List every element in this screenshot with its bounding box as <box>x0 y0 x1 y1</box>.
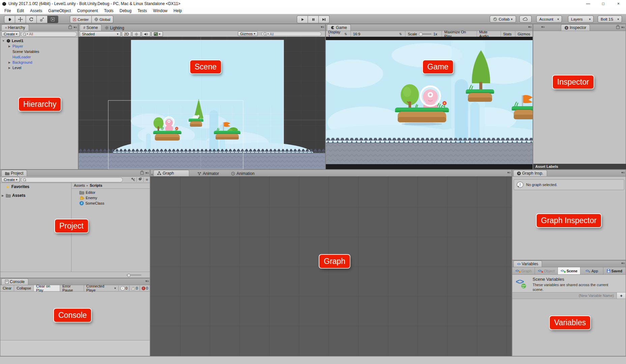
lock-icon[interactable] <box>140 172 144 175</box>
layout-dropdown[interactable]: Bolt 1S▾ <box>598 16 622 23</box>
variables-tab-graph[interactable]: <> Graph <box>512 267 535 274</box>
console-error-filter[interactable]: ! 0 <box>140 285 150 291</box>
tab-variables[interactable]: <> Variables <box>513 261 542 267</box>
breadcrumb-scripts[interactable]: Scripts <box>90 183 102 187</box>
scale-slider-knob[interactable] <box>419 32 423 36</box>
minimize-icon[interactable]: — <box>580 0 596 7</box>
menu-component[interactable]: Component <box>74 7 101 14</box>
menu-help[interactable]: Help <box>171 7 185 14</box>
space-button[interactable]: Global <box>92 16 113 23</box>
menu-window[interactable]: Window <box>150 7 171 14</box>
scene-search-field[interactable]: ▾ <box>261 32 321 36</box>
2d-toggle[interactable]: 2D <box>122 31 131 37</box>
scene-gizmos-dropdown[interactable]: Gizmos▾ <box>238 31 258 36</box>
favorite-search-icon[interactable]: ★ <box>143 177 149 182</box>
scene-viewport[interactable] <box>79 37 325 169</box>
menu-edit[interactable]: Edit <box>14 7 27 14</box>
hierarchy-create-button[interactable]: Create▾ <box>1 31 20 37</box>
pane-menu-icon[interactable]: ▾≡ <box>321 25 324 29</box>
hierarchy-search-field[interactable]: ▾ <box>21 32 77 37</box>
project-assets-item[interactable]: ▶ Assets <box>0 193 71 198</box>
console-clear-button[interactable]: Clear <box>0 285 14 291</box>
pause-button[interactable] <box>308 16 319 23</box>
stats-toggle[interactable]: Stats <box>501 31 514 37</box>
variables-tab-saved[interactable]: Saved <box>603 267 626 274</box>
menu-gameobject[interactable]: GameObject <box>45 7 74 14</box>
hierarchy-item-background[interactable]: ▶ Background <box>0 60 78 65</box>
new-variable-input[interactable] <box>514 293 615 298</box>
hierarchy-item-level[interactable]: ▶ Level <box>0 65 78 70</box>
account-dropdown[interactable]: Account▾ <box>536 16 562 23</box>
tab-lighting[interactable]: Lighting <box>102 25 127 31</box>
close-icon[interactable]: × <box>611 0 626 7</box>
scale-slider[interactable]: Scale 1x <box>405 31 439 37</box>
tab-hierarchy[interactable]: ≡ Hierarchy <box>1 24 29 31</box>
file-editor[interactable]: Editor <box>79 190 150 195</box>
breadcrumb-assets[interactable]: Assets <box>74 183 85 187</box>
foldout-right-icon[interactable]: ▶ <box>8 45 11 48</box>
menu-debug[interactable]: Debug <box>116 7 134 14</box>
new-variable-field[interactable] <box>512 293 617 299</box>
foldout-down-icon[interactable]: ▼ <box>2 39 5 42</box>
project-favorites-item[interactable]: ★ Favorites <box>0 184 71 189</box>
menu-file[interactable]: File <box>1 7 14 14</box>
pane-menu-icon[interactable]: ▾≡ <box>621 261 624 265</box>
pane-menu-icon[interactable]: ▾≡ <box>507 171 510 174</box>
project-create-button[interactable]: Create▾ <box>1 177 20 182</box>
scene-search-input[interactable] <box>270 32 319 36</box>
scene-audio-toggle[interactable] <box>142 31 150 37</box>
variables-tab-object[interactable]: <> Object <box>535 267 558 274</box>
rect-tool-icon[interactable] <box>48 16 58 23</box>
display-dropdown[interactable]: Display 1⇅ <box>326 31 349 37</box>
pane-menu-icon[interactable]: ≡ <box>151 173 152 176</box>
tab-graph-inspector[interactable]: Graph Insp. <box>513 170 547 176</box>
search-by-type-icon[interactable] <box>131 177 135 182</box>
maximize-icon[interactable]: □ <box>596 0 611 7</box>
hand-tool-icon[interactable] <box>4 16 15 23</box>
tab-scene[interactable]: # Scene <box>80 24 102 31</box>
tab-graph[interactable]: Graph <box>153 170 189 176</box>
search-by-label-icon[interactable] <box>136 177 142 182</box>
console-info-filter[interactable]: ! 0 <box>118 285 129 291</box>
file-someclass[interactable]: # SomeClass <box>79 201 150 206</box>
tab-inspector[interactable]: i Inspector <box>561 24 590 31</box>
scene-effects-dropdown[interactable]: ▾ <box>151 31 163 37</box>
menu-tools[interactable]: Tools <box>101 7 116 14</box>
collab-button[interactable]: Collab▾ <box>490 16 516 23</box>
pane-menu-icon[interactable]: ▾≡ <box>145 279 148 283</box>
console-error-pause-toggle[interactable]: Error Pause <box>60 285 84 291</box>
rotate-tool-icon[interactable] <box>26 16 37 23</box>
aspect-dropdown[interactable]: 16:9⇅ <box>350 31 404 37</box>
asset-labels-bar[interactable]: Asset Labels <box>533 164 626 169</box>
tab-animation[interactable]: Animation <box>228 171 258 176</box>
add-variable-button[interactable]: + <box>617 293 626 299</box>
foldout-right-icon[interactable]: ▶ <box>1 194 4 197</box>
layers-dropdown[interactable]: Layers▾ <box>568 16 594 23</box>
lock-icon[interactable] <box>616 26 620 29</box>
scale-slider-track[interactable] <box>419 34 431 34</box>
console-clear-on-play-toggle[interactable]: Clear on Play <box>33 285 60 291</box>
hierarchy-item-hudloader[interactable]: HudLoader <box>0 54 78 60</box>
menu-tests[interactable]: Tests <box>135 7 150 14</box>
hierarchy-item-scene-variables[interactable]: Scene Variables <box>0 49 78 54</box>
file-enemy[interactable]: Enemy <box>79 195 150 201</box>
tab-animator[interactable]: Animator <box>194 171 222 176</box>
cloud-button[interactable] <box>519 16 532 23</box>
game-gizmos-dropdown[interactable]: Gizmos <box>515 31 533 37</box>
step-button[interactable] <box>319 16 330 23</box>
asset-zoom-knob[interactable] <box>127 274 131 277</box>
foldout-right-icon[interactable]: ▶ <box>8 61 11 64</box>
scale-tool-icon[interactable] <box>37 16 48 23</box>
tab-project[interactable]: Project <box>1 170 27 176</box>
play-button[interactable] <box>297 16 308 23</box>
pane-menu-icon[interactable]: ▾≡ <box>621 25 624 29</box>
hierarchy-search-input[interactable] <box>29 32 75 36</box>
menu-assets[interactable]: Assets <box>27 7 45 14</box>
pivot-button[interactable]: Center <box>70 16 92 23</box>
project-search-field[interactable] <box>21 177 123 182</box>
pane-menu-icon[interactable]: ▾≡ <box>528 25 531 29</box>
move-tool-icon[interactable] <box>15 16 26 23</box>
pane-menu-icon[interactable]: ▾≡ <box>74 25 77 29</box>
pane-menu-icon[interactable]: ▾≡ <box>621 171 624 174</box>
tab-console[interactable]: Console <box>1 278 28 285</box>
